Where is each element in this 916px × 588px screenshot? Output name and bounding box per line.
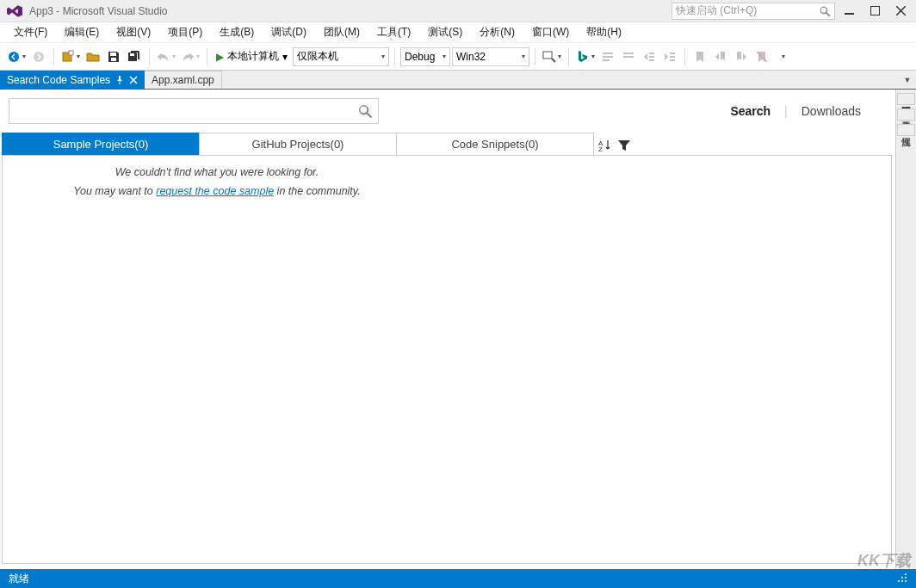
menu-file[interactable]: 文件(F) <box>5 22 56 42</box>
document-tabs: Search Code Samples App.xaml.cpp ▼ <box>0 71 916 90</box>
code-search-input[interactable] <box>9 98 379 124</box>
menu-window[interactable]: 窗口(W) <box>523 22 578 42</box>
properties-tab[interactable]: 属性 <box>897 124 915 136</box>
svg-rect-17 <box>649 59 654 61</box>
code-search-field[interactable] <box>15 105 357 118</box>
svg-rect-7 <box>111 58 116 61</box>
menu-build[interactable]: 生成(B) <box>211 22 263 42</box>
svg-rect-13 <box>623 53 634 54</box>
quick-launch-input[interactable]: 快速启动 (Ctrl+Q) <box>672 3 835 20</box>
svg-rect-16 <box>649 56 654 58</box>
menu-project[interactable]: 项目(P) <box>159 22 211 42</box>
platform-target-select[interactable]: 仅限本机▾ <box>293 47 389 66</box>
request-sample-message: You may want to request the code sample … <box>15 185 419 197</box>
downloads-link[interactable]: Downloads <box>802 104 861 118</box>
tab-sample-projects[interactable]: Sample Projects(0) <box>2 133 200 155</box>
main-area: Search | Downloads Sample Projects(0) Gi… <box>0 90 916 569</box>
window-title: App3 - Microsoft Visual Studio <box>29 5 168 17</box>
svg-rect-14 <box>623 56 634 58</box>
svg-rect-6 <box>110 53 116 56</box>
svg-point-28 <box>898 580 900 582</box>
panel-header: Search | Downloads <box>2 90 894 133</box>
close-button[interactable] <box>888 3 913 20</box>
tab-label: App.xaml.cpp <box>152 74 214 86</box>
search-link[interactable]: Search <box>730 104 771 118</box>
request-sample-link[interactable]: request the code sample <box>156 185 274 197</box>
resize-grip-icon[interactable] <box>897 573 907 585</box>
platform-select[interactable]: Win32▾ <box>452 47 529 66</box>
new-project-button[interactable]: ▾ <box>59 47 82 66</box>
result-tabs: Sample Projects(0) GitHub Projects(0) Co… <box>2 133 894 155</box>
search-icon <box>819 5 831 17</box>
result-tools: AZ <box>598 133 631 155</box>
status-text: 就绪 <box>9 572 29 586</box>
panel-nav-links: Search | Downloads <box>730 104 887 118</box>
nav-forward-button[interactable] <box>29 47 48 66</box>
tab-search-code-samples[interactable]: Search Code Samples <box>0 71 145 89</box>
toolbox-tab[interactable]: 工具箱 <box>897 108 915 121</box>
save-button[interactable] <box>104 47 123 66</box>
tab-code-snippets[interactable]: Code Snippets(0) <box>396 133 594 155</box>
svg-rect-1 <box>870 6 880 15</box>
toolbar-overflow-button[interactable]: ▾ <box>773 47 792 66</box>
play-icon: ▶ <box>216 51 224 63</box>
solution-explorer-tab[interactable]: 解决方案资源管理器 <box>897 93 915 105</box>
svg-point-3 <box>34 52 44 62</box>
sort-icon[interactable]: AZ <box>598 139 612 152</box>
svg-rect-9 <box>543 52 552 59</box>
bookmark-button[interactable] <box>690 47 709 66</box>
bing-button[interactable]: ▾ <box>574 47 597 66</box>
nav-back-button[interactable]: ▾ <box>5 47 28 66</box>
menu-edit[interactable]: 编辑(E) <box>56 22 108 42</box>
menu-tools[interactable]: 工具(T) <box>368 22 419 42</box>
svg-rect-11 <box>603 56 613 58</box>
menu-test[interactable]: 测试(S) <box>419 22 471 42</box>
maximize-button[interactable] <box>863 3 887 20</box>
tab-app-xaml-cpp[interactable]: App.xaml.cpp <box>145 71 222 89</box>
menu-team[interactable]: 团队(M) <box>315 22 368 42</box>
pin-icon[interactable] <box>115 76 124 84</box>
svg-rect-19 <box>670 56 675 58</box>
svg-rect-0 <box>845 13 854 15</box>
vs-logo-icon <box>7 5 22 17</box>
search-icon[interactable] <box>357 103 373 119</box>
comment-button[interactable] <box>598 47 617 66</box>
filter-icon[interactable] <box>617 139 631 152</box>
undo-button[interactable]: ▾ <box>155 47 177 66</box>
start-debug-button[interactable]: ▶ 本地计算机 ▾ <box>213 47 291 66</box>
svg-rect-20 <box>670 59 675 61</box>
link-separator: | <box>784 104 788 118</box>
svg-rect-5 <box>69 51 73 55</box>
indent-button[interactable] <box>660 47 679 66</box>
svg-point-26 <box>905 573 907 575</box>
svg-rect-8 <box>130 53 134 56</box>
menu-view[interactable]: 视图(V) <box>108 22 159 42</box>
svg-rect-10 <box>603 53 613 54</box>
bookmark-prev-button[interactable] <box>711 47 730 66</box>
titlebar: App3 - Microsoft Visual Studio 快速启动 (Ctr… <box>0 0 916 22</box>
no-results-message: We couldn't find what you were looking f… <box>15 166 419 178</box>
svg-point-24 <box>905 577 907 579</box>
outdent-button[interactable] <box>640 47 659 66</box>
close-icon[interactable] <box>129 76 138 84</box>
find-button[interactable]: ▾ <box>541 47 563 66</box>
quick-launch-placeholder: 快速启动 (Ctrl+Q) <box>676 3 757 18</box>
svg-rect-15 <box>649 53 654 54</box>
statusbar: 就绪 <box>0 569 916 588</box>
svg-point-23 <box>905 580 907 582</box>
bookmark-clear-button[interactable] <box>752 47 771 66</box>
menu-analyze[interactable]: 分析(N) <box>471 22 523 42</box>
uncomment-button[interactable] <box>619 47 638 66</box>
bookmark-next-button[interactable] <box>732 47 751 66</box>
save-all-button[interactable] <box>125 47 144 66</box>
tab-overflow-button[interactable]: ▼ <box>899 71 916 89</box>
minimize-button[interactable] <box>837 3 861 20</box>
redo-button[interactable]: ▾ <box>179 47 201 66</box>
menu-debug[interactable]: 调试(D) <box>263 22 315 42</box>
tab-github-projects[interactable]: GitHub Projects(0) <box>199 133 397 155</box>
configuration-select[interactable]: Debug▾ <box>400 47 450 66</box>
menu-help[interactable]: 帮助(H) <box>578 22 630 42</box>
svg-rect-12 <box>603 59 610 61</box>
open-file-button[interactable] <box>84 47 102 66</box>
svg-text:Z: Z <box>598 145 603 152</box>
